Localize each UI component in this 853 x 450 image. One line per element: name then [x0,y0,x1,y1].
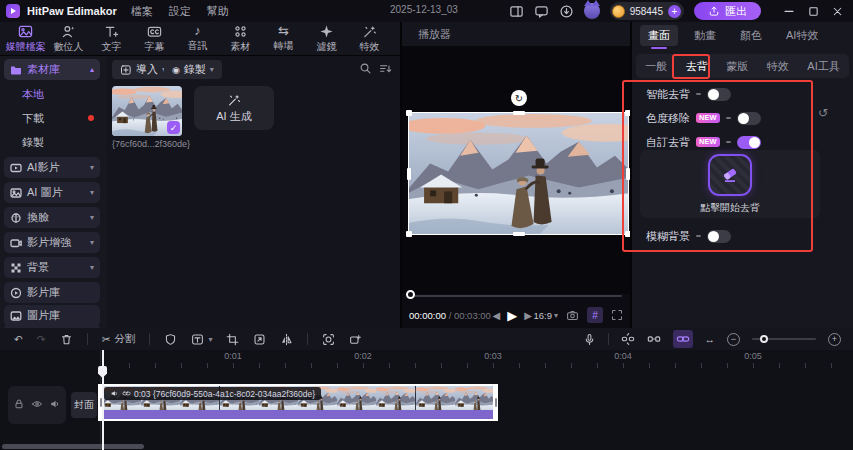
tab-filters[interactable]: 濾鏡 [305,24,348,54]
sidebar-item-face-swap[interactable]: 換臉 ▾ [4,207,100,228]
sort-icon[interactable] [379,62,392,77]
start-remove-bg-button[interactable] [708,154,752,196]
note-icon: ♪ [194,24,201,38]
subtab-remove-background[interactable]: 去背 [686,59,708,74]
sidebar-item-library[interactable]: 素材庫 ▴ [4,59,100,80]
minimize-button[interactable] [779,2,799,20]
redo-button[interactable]: ↷ [37,333,46,345]
grid-overlay-button[interactable]: # [587,307,603,323]
credits-pill[interactable]: 958445 + [610,2,684,20]
menu-settings[interactable]: 設定 [169,4,191,19]
custom-remove-bg-toggle[interactable] [737,136,761,149]
undo-button[interactable]: ↶ [14,333,23,345]
export-button[interactable]: 匯出 [694,2,761,20]
sidebar-item-background[interactable]: 背景 ▾ [4,257,100,278]
keyframe-icon[interactable] [726,117,731,119]
timeline-ruler[interactable]: 0:01 0:02 0:03 0:04 0:05 [0,350,853,368]
sidebar-item-ai-image[interactable]: AI 圖片 ▾ [4,182,100,203]
split-button[interactable]: ✂ 分割 [102,332,136,346]
seek-knob[interactable] [406,290,415,299]
tab-ai-effects[interactable]: AI特效 [778,25,826,46]
sidebar-item-ai-video[interactable]: AI影片 ▾ [4,157,100,178]
tab-transitions[interactable]: ⇆ 轉場 [262,24,305,53]
voiceover-mic-button[interactable] [583,333,596,346]
fullscreen-icon[interactable] [611,309,623,321]
unlink-button[interactable] [621,332,635,346]
sidebar-item-video-library[interactable]: 影片庫 [4,282,100,303]
add-credits-button[interactable]: + [668,5,681,18]
record-button[interactable]: ◉ 錄製 ▾ [164,60,222,79]
cover-button[interactable]: 封面 [71,392,97,418]
delete-button[interactable] [60,333,73,346]
lock-icon[interactable] [13,398,25,412]
playhead-line [102,350,104,450]
menu-file[interactable]: 檔案 [131,4,153,19]
tab-picture[interactable]: 畫面 [640,25,678,46]
layout-panels-icon[interactable] [509,4,524,19]
sidebar-item-video-enhance[interactable]: 影片增強 ▾ [4,232,100,253]
tab-media-files[interactable]: 媒體檔案 [4,24,47,54]
tab-effects[interactable]: 特效 [348,24,391,54]
ripple-edit-button[interactable] [647,332,661,346]
properties-tabs: 畫面 動畫 顏色 AI特效 [632,22,853,48]
search-icon[interactable] [359,62,372,77]
visibility-eye-icon[interactable] [31,398,43,412]
download-icon[interactable] [559,4,574,19]
flip-button[interactable] [280,333,293,346]
tab-text[interactable]: 文字 [90,24,133,54]
close-button[interactable] [827,2,847,20]
timeline-zoom-slider[interactable] [752,338,816,340]
reset-icon[interactable]: ↺ [818,106,828,120]
aspect-ratio-dropdown[interactable]: 16:9 ▾ [533,310,558,321]
keyframe-icon[interactable] [726,141,731,143]
scale-button[interactable] [253,333,266,346]
player-canvas[interactable]: ↻ [402,46,630,294]
next-frame-button[interactable]: ▶ [524,310,532,321]
tab-subtitles[interactable]: 字幕 [133,24,176,54]
mute-speaker-icon[interactable] [49,398,61,412]
tab-color[interactable]: 顏色 [732,25,770,46]
zoom-out-button[interactable]: − [727,333,740,346]
tab-audio[interactable]: ♪ 音訊 [176,24,219,53]
play-button[interactable]: ▶ [507,308,517,323]
zoom-in-button[interactable]: + [828,333,841,346]
feedback-icon[interactable] [534,4,549,19]
rotate-handle[interactable]: ↻ [511,90,527,106]
subtab-mask[interactable]: 蒙版 [726,59,748,74]
face-track-button[interactable] [322,333,335,346]
subtab-effects[interactable]: 特效 [767,59,789,74]
clip-trim-handle-right[interactable] [493,384,498,421]
menu-help[interactable]: 幫助 [207,4,229,19]
snapshot-icon[interactable] [566,309,579,322]
mask-shield-button[interactable] [164,333,177,346]
link-button[interactable] [673,330,693,348]
keyframe-icon[interactable] [696,235,701,237]
add-to-track-button[interactable] [349,333,362,346]
smart-remove-bg-toggle[interactable] [707,88,731,101]
media-icon [18,24,33,39]
media-clip-thumbnail[interactable]: ✓ [112,86,182,136]
text-tool-button[interactable]: ▾ [191,333,212,346]
subtab-ai-tools[interactable]: AI工具 [807,59,839,74]
blur-background-toggle[interactable] [707,230,731,243]
fit-timeline-button[interactable]: ↔ [705,333,716,345]
maximize-button[interactable] [803,2,823,20]
chroma-key-toggle[interactable] [737,112,761,125]
zoom-slider-knob[interactable] [760,335,768,343]
video-preview[interactable] [408,112,629,235]
sidebar-item-record[interactable]: 錄製 [22,132,100,152]
keyframe-icon[interactable] [696,93,701,95]
previous-frame-button[interactable]: ◀ [492,310,500,321]
tab-digital-human[interactable]: 數位人 [47,24,90,54]
seek-bar[interactable] [410,295,622,297]
timeline-clip[interactable]: 0:03 {76cf60d9-550a-4a1c-8c02-034aa2f360… [100,384,496,421]
horizontal-scrollbar[interactable] [2,444,144,449]
sidebar-item-local[interactable]: 本地 [22,84,100,104]
ai-generate-card[interactable]: AI 生成 [194,86,274,130]
tab-animation[interactable]: 動畫 [686,25,724,46]
sidebar-item-image-library[interactable]: 圖片庫 [4,305,100,326]
crop-button[interactable] [226,333,239,346]
subtab-general[interactable]: 一般 [645,59,667,74]
tab-elements[interactable]: 素材 [219,24,262,54]
user-avatar[interactable] [584,3,600,19]
